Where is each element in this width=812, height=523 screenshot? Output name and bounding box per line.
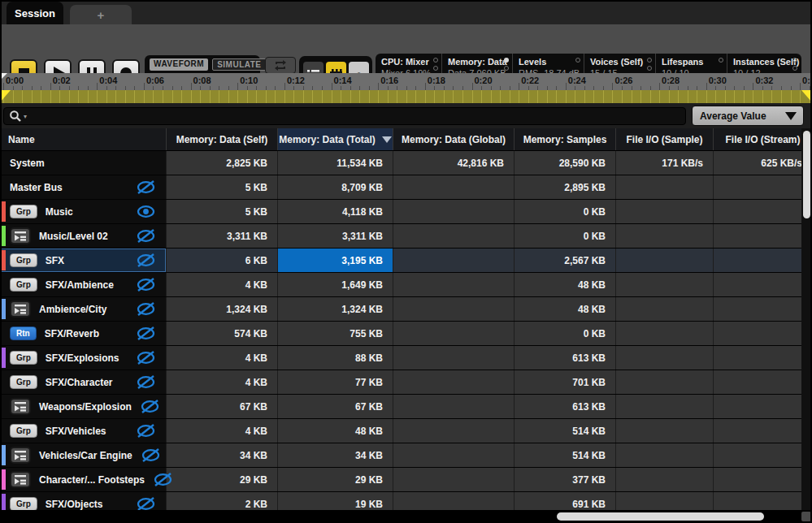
value-cell[interactable] bbox=[713, 492, 812, 510]
value-cell[interactable]: 19 KB bbox=[277, 492, 393, 510]
value-cell[interactable] bbox=[713, 443, 812, 467]
value-cell[interactable]: 4 KB bbox=[166, 419, 277, 443]
meter-indicator-icon[interactable] bbox=[504, 66, 509, 71]
new-session-tab-button[interactable]: + bbox=[70, 5, 132, 24]
value-cell[interactable]: 48 KB bbox=[277, 419, 393, 443]
row-name-cell[interactable]: GrpSFX/Explosions bbox=[0, 346, 166, 370]
value-cell[interactable] bbox=[713, 346, 812, 370]
value-cell[interactable] bbox=[615, 370, 713, 394]
value-cell[interactable] bbox=[615, 395, 713, 418]
value-cell[interactable]: 0 KB bbox=[514, 224, 615, 248]
visibility-toggle[interactable] bbox=[136, 301, 156, 317]
table-row[interactable]: Master Bus 5 KB8,709 KB2,895 KB bbox=[0, 175, 812, 200]
value-cell[interactable]: 0 KB bbox=[514, 200, 615, 223]
visibility-toggle[interactable] bbox=[136, 374, 156, 390]
visibility-toggle[interactable] bbox=[141, 447, 161, 463]
value-cell[interactable] bbox=[393, 224, 514, 248]
value-cell[interactable] bbox=[713, 370, 812, 394]
range-start-marker[interactable] bbox=[0, 90, 11, 102]
table-row[interactable]: System2,825 KB11,534 KB42,816 KB28,590 K… bbox=[0, 151, 812, 175]
meter-indicator-icon[interactable] bbox=[792, 58, 797, 63]
value-cell[interactable]: 42,816 KB bbox=[393, 151, 514, 175]
value-cell[interactable]: 755 KB bbox=[277, 322, 393, 345]
timeline-ruler[interactable]: 0:000:020:040:060:080:100:120:140:160:18… bbox=[0, 73, 812, 90]
value-cell[interactable]: 691 KB bbox=[514, 492, 615, 510]
search-input[interactable]: ▾ bbox=[3, 107, 686, 125]
table-row[interactable]: GrpSFX 6 KB3,195 KB2,567 KB bbox=[0, 249, 812, 273]
value-cell[interactable]: 2,567 KB bbox=[514, 249, 615, 272]
table-row[interactable]: GrpSFX/Character 4 KB77 KB701 KB bbox=[0, 370, 812, 395]
value-cell[interactable] bbox=[713, 322, 812, 345]
table-row[interactable]: Ambience/City 1,324 KB1,324 KB48 KB bbox=[0, 297, 812, 322]
value-cell[interactable]: 48 KB bbox=[514, 273, 615, 296]
row-name-cell[interactable]: GrpSFX/Objects bbox=[0, 492, 166, 510]
visibility-toggle[interactable] bbox=[136, 423, 156, 439]
value-cell[interactable] bbox=[615, 297, 713, 321]
visibility-toggle[interactable] bbox=[136, 326, 156, 341]
visibility-toggle[interactable] bbox=[136, 179, 156, 195]
value-cell[interactable] bbox=[713, 395, 812, 418]
table-row[interactable]: Weapons/Explosion 67 KB67 KB613 KB bbox=[0, 395, 812, 419]
value-cell[interactable] bbox=[615, 273, 713, 296]
value-cell[interactable] bbox=[615, 492, 713, 510]
value-cell[interactable]: 4 KB bbox=[166, 346, 277, 370]
value-cell[interactable] bbox=[713, 200, 812, 223]
value-cell[interactable] bbox=[393, 443, 514, 467]
value-cell[interactable]: 28,590 KB bbox=[514, 151, 615, 175]
table-row[interactable]: Vehicles/Car Engine 34 KB34 KB514 KB bbox=[0, 443, 812, 468]
value-cell[interactable]: 377 KB bbox=[514, 468, 615, 491]
column-header-memory-data-global-[interactable]: Memory: Data (Global) bbox=[393, 128, 514, 150]
value-cell[interactable] bbox=[393, 492, 514, 510]
value-cell[interactable] bbox=[393, 322, 514, 345]
value-cell[interactable] bbox=[615, 322, 713, 345]
value-cell[interactable]: 613 KB bbox=[514, 395, 615, 418]
value-cell[interactable] bbox=[615, 346, 713, 370]
row-name-cell[interactable]: Ambience/City bbox=[0, 297, 166, 321]
value-cell[interactable]: 6 KB bbox=[166, 249, 277, 272]
value-cell[interactable]: 2,825 KB bbox=[166, 151, 277, 175]
value-cell[interactable] bbox=[393, 297, 514, 321]
value-cell[interactable] bbox=[393, 370, 514, 394]
horizontal-scrollbar-thumb[interactable] bbox=[557, 512, 764, 521]
session-range-band[interactable] bbox=[0, 90, 812, 103]
value-cell[interactable]: 5 KB bbox=[166, 175, 277, 199]
value-cell[interactable]: 1,324 KB bbox=[166, 297, 277, 321]
value-cell[interactable] bbox=[615, 175, 713, 199]
column-header-memory-data-self-[interactable]: Memory: Data (Self) bbox=[166, 128, 277, 150]
meter-indicator-icon[interactable] bbox=[792, 66, 797, 71]
value-cell[interactable]: 3,311 KB bbox=[277, 224, 393, 248]
column-header-file-i-o-stream-[interactable]: File I/O (Stream) bbox=[713, 128, 812, 150]
horizontal-scrollbar[interactable] bbox=[0, 510, 812, 523]
value-cell[interactable]: 4 KB bbox=[166, 370, 277, 394]
row-name-cell[interactable]: Master Bus bbox=[0, 175, 166, 199]
column-header-memory-samples[interactable]: Memory: Samples bbox=[514, 128, 615, 150]
value-cell[interactable]: 2,895 KB bbox=[514, 175, 615, 199]
visibility-toggle[interactable] bbox=[140, 399, 160, 414]
meter-indicator-icon[interactable] bbox=[719, 58, 723, 63]
column-header-name[interactable]: Name bbox=[0, 128, 166, 150]
row-name-cell[interactable]: GrpMusic bbox=[0, 200, 166, 223]
simulate-toggle[interactable]: SIMULATE bbox=[212, 58, 266, 71]
search-options-caret-icon[interactable]: ▾ bbox=[24, 113, 27, 120]
row-name-cell[interactable]: GrpSFX/Vehicles bbox=[0, 419, 166, 443]
value-cell[interactable] bbox=[393, 249, 514, 272]
visibility-toggle[interactable] bbox=[136, 228, 156, 244]
row-name-cell[interactable]: Vehicles/Car Engine bbox=[0, 443, 166, 467]
value-cell[interactable]: 67 KB bbox=[166, 395, 277, 418]
value-cell[interactable]: 3,311 KB bbox=[166, 224, 277, 248]
value-cell[interactable]: 34 KB bbox=[277, 443, 393, 467]
meter-indicator-icon[interactable] bbox=[504, 58, 509, 63]
table-row[interactable]: GrpSFX/Objects 2 KB19 KB691 KB bbox=[0, 492, 812, 510]
table-row[interactable]: Character/... Footsteps 29 KB29 KB377 KB bbox=[0, 468, 812, 492]
column-header-file-i-o-sample-[interactable]: File I/O (Sample) bbox=[615, 128, 713, 150]
value-cell[interactable]: 1,324 KB bbox=[277, 297, 393, 321]
table-row[interactable]: GrpSFX/Explosions 4 KB88 KB613 KB bbox=[0, 346, 812, 370]
waveform-toggle[interactable]: WAVEFORM bbox=[150, 58, 208, 71]
tab-session[interactable]: Session bbox=[7, 2, 63, 24]
value-cell[interactable] bbox=[713, 273, 812, 296]
value-cell[interactable]: 514 KB bbox=[514, 443, 615, 467]
visibility-toggle[interactable] bbox=[136, 277, 156, 292]
visibility-toggle[interactable] bbox=[136, 253, 156, 268]
value-cell[interactable]: 171 KB/s bbox=[615, 151, 713, 175]
aggregate-dropdown[interactable]: Average Value bbox=[692, 106, 804, 126]
